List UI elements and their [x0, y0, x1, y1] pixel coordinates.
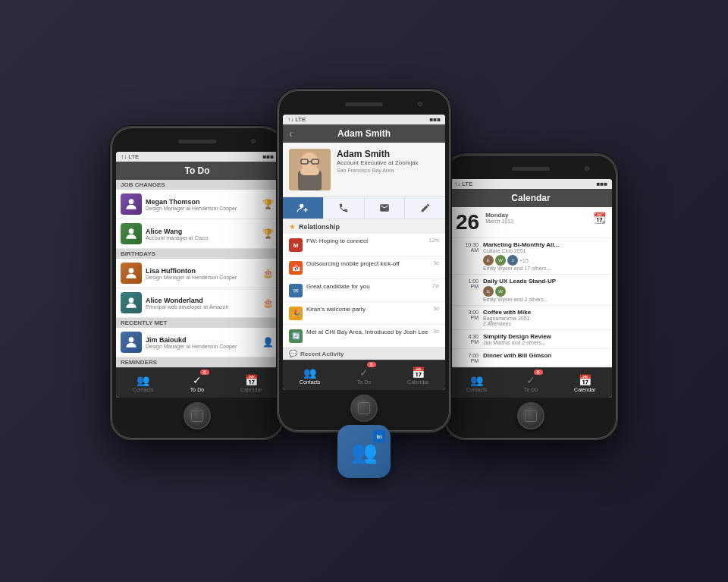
contact-lisa[interactable]: Lisa Huffionton Design Manager at Hender… — [116, 259, 278, 288]
event-loc-marketing: Culture Club 2051 — [483, 248, 606, 253]
tab-contacts-todo[interactable]: 👥 Contacts — [116, 368, 170, 398]
home-btn-calendar[interactable] — [517, 402, 544, 429]
screen-todo: ↑↓ LTE ■■■ To Do Job Changes Megan Thoms… — [116, 152, 278, 398]
event-time-marketing: 10:30AM — [456, 241, 479, 253]
sub-megan: Design Manager at Henderson Cooper — [146, 206, 259, 211]
calendar-label-todo: Calendar — [240, 387, 262, 392]
event-marketing[interactable]: 10:30AM Marketing Bi-Monthly All... Cult… — [450, 238, 612, 275]
phone-top-calendar — [450, 161, 612, 176]
activity-met[interactable]: 🔄 Met at CHI Bay Area, Introduced by Jos… — [283, 325, 445, 348]
section-job-changes: Job Changes — [116, 180, 278, 190]
avatar-alice-wonderland — [121, 292, 142, 313]
event-time-review: 4:30PM — [456, 333, 479, 344]
home-btn-todo[interactable] — [184, 402, 211, 429]
activity-time-met: 3d — [433, 329, 439, 334]
tab-calendar-todo[interactable]: 📅 Calendar — [224, 368, 278, 398]
attendee-text-marketing: Emily Wyser and 17 others... — [483, 266, 606, 271]
tab-contacts-profile[interactable]: 👥 Contacts — [283, 360, 337, 390]
tab-contacts-calendar[interactable]: 👥 Contacts — [450, 368, 504, 398]
activity-text-fw: FW: Hoping to connect — [306, 238, 425, 245]
activity-email-fw[interactable]: M FW: Hoping to connect 12m — [283, 234, 445, 256]
camera-calendar — [585, 166, 589, 171]
status-bar-todo: ↑↓ LTE ■■■ — [116, 152, 278, 162]
event-standup[interactable]: 1:00PM Daily UX Leads Stand-UP E W Emily… — [450, 275, 612, 306]
home-btn-profile[interactable] — [350, 395, 378, 422]
linkedin-app-icon[interactable]: 👥 in — [337, 425, 391, 478]
phone-todo: ↑↓ LTE ■■■ To Do Job Changes Megan Thoms… — [110, 126, 284, 440]
signal-calendar: ↑↓ LTE — [454, 181, 472, 187]
info-lisa: Lisa Huffionton Design Manager at Hender… — [146, 267, 259, 280]
edit-btn[interactable] — [405, 197, 445, 219]
tab-todo-calendar[interactable]: ✓ 6 To Do — [504, 368, 557, 398]
nav-bar-todo: To Do — [116, 162, 278, 180]
screen-calendar: ↑↓ LTE ■■■ Calendar 26 Monday March 2012… — [450, 179, 612, 398]
contact-alice-wonderland[interactable]: Alice Wonderland Principal web developer… — [116, 288, 278, 318]
todo-label-profile: To Do — [357, 379, 371, 385]
event-details-dinner: Dinner with Bill Gimson — [483, 352, 606, 359]
activity-party[interactable]: 🎉 Kiran's welcome party 3d — [283, 302, 445, 325]
camera-profile — [418, 102, 422, 106]
tab-bar-calendar: 👥 Contacts ✓ 6 To Do 📅 Calendar — [450, 367, 612, 398]
activity-text-met: Met at CHI Bay Area, Introduced by Josh … — [306, 329, 429, 336]
event-design-review[interactable]: 4:30PM Simplify Design Review Jan Matthi… — [450, 330, 612, 349]
action-bar-profile — [283, 197, 445, 219]
message-icon: ✉ — [289, 284, 303, 297]
tab-todo-todo[interactable]: ✓ 6 To Do — [170, 368, 224, 398]
contact-alice-wang[interactable]: Alice Wang Account manager at Cisco 🏆 — [116, 219, 278, 249]
event-coffee[interactable]: 3:00PM Coffee with Mike Bagnanarama 2051… — [450, 306, 612, 330]
recent-activity-label: Recent Activity — [300, 351, 344, 357]
contact-jim[interactable]: Jim Baioukd Design Manager at Henderson … — [116, 328, 278, 357]
activity-candidate[interactable]: ✉ Great candidate for you 7w — [283, 279, 445, 302]
month-year: March 2012 — [485, 219, 513, 224]
tab-calendar-calendar[interactable]: 📅 Calendar — [558, 368, 612, 398]
event-details-review: Simplify Design Review Jan Matthis and 2… — [483, 333, 606, 345]
sub-alice-wang: Account manager at Cisco — [146, 235, 259, 241]
activity-calendar-kick[interactable]: 📅 Outsourcing mobile project kick-off 3d — [283, 256, 445, 279]
scene: ↑↓ LTE ■■■ To Do Job Changes Megan Thoms… — [110, 96, 618, 486]
profile-photo — [289, 149, 331, 190]
met-icon: 🔄 — [289, 329, 303, 343]
profile-name: Adam Smith — [337, 149, 439, 159]
name-megan: Megan Thomson — [146, 198, 259, 206]
name-alice-wonderland: Alice Wonderland — [146, 297, 259, 304]
event-name-dinner: Dinner with Bill Gimson — [483, 352, 606, 359]
relationship-row: ★ Relationship — [283, 219, 445, 234]
calendar-grid-icon[interactable]: 📆 — [593, 212, 606, 224]
tab-todo-profile[interactable]: ✓ 6 To Do — [337, 360, 391, 390]
back-btn-profile[interactable]: ‹ — [289, 127, 293, 140]
calendar-icon-todo: 📅 — [245, 374, 258, 386]
svg-point-2 — [129, 268, 134, 273]
event-dinner[interactable]: 7:00PM Dinner with Bill Gimson — [450, 349, 612, 367]
add-contact-btn[interactable] — [283, 197, 324, 219]
attendees-marketing: E W J +15 — [483, 255, 606, 266]
event-details-coffee: Coffee with Mike Bagnanarama 2051 2 Atte… — [483, 309, 606, 326]
todo-label-todo: To Do — [190, 387, 204, 392]
relationship-title: Relationship — [299, 223, 340, 231]
todo-label-calendar: To Do — [524, 387, 538, 392]
event-time-coffee: 3:00PM — [456, 309, 479, 320]
avatar-megan — [121, 193, 142, 215]
svg-point-4 — [129, 337, 134, 342]
svg-point-3 — [129, 297, 134, 303]
todo-badge-profile: 6 — [367, 362, 376, 367]
people-icon: 👥 — [351, 439, 378, 464]
section-recently-met: Recently Met — [116, 318, 278, 328]
sub-alice-wonderland: Principal web developer at Amazon — [146, 304, 259, 310]
profile-info: Adam Smith Account Executive at Zoomjax … — [337, 149, 439, 190]
avatar-lisa — [121, 263, 142, 284]
contacts-icon-todo: 👥 — [136, 374, 149, 386]
home-btn-inner-calendar — [525, 410, 537, 422]
call-btn[interactable] — [324, 197, 365, 219]
svg-rect-9 — [300, 168, 319, 175]
app-icon-inner: 👥 in — [341, 429, 387, 474]
contact-megan[interactable]: Megan Thomson Design Manager at Henderso… — [116, 190, 278, 219]
camera-todo — [251, 139, 256, 143]
sub-lisa: Design Manager at Henderson Cooper — [146, 275, 259, 280]
email-btn[interactable] — [365, 197, 406, 219]
badge-megan: 🏆 — [262, 199, 274, 209]
avatar-jim — [121, 332, 142, 353]
tab-calendar-profile[interactable]: 📅 Calendar — [391, 360, 445, 390]
home-btn-inner-todo — [191, 410, 203, 422]
screen-profile: ↑↓ LTE ■■■ ‹ Adam Smith — [283, 115, 445, 390]
gmail-icon: M — [289, 238, 303, 252]
